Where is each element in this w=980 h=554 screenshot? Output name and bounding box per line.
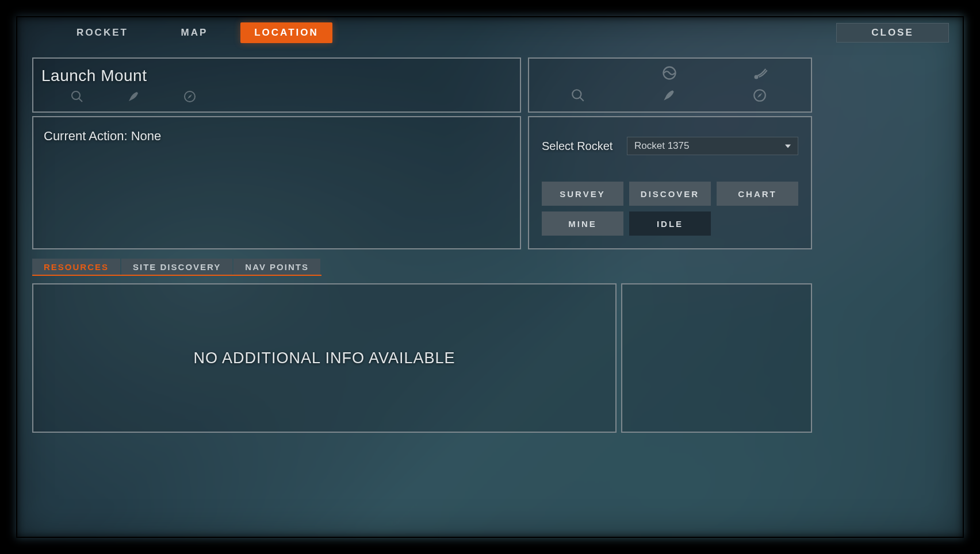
current-action-line: Current Action: None — [44, 129, 510, 144]
chart-button[interactable]: CHART — [717, 182, 798, 206]
close-button[interactable]: CLOSE — [836, 23, 949, 43]
discover-button[interactable]: DISCOVER — [629, 182, 711, 206]
rocket-small-icon — [127, 90, 143, 106]
control-panel: Select Rocket Rocket 1375 SURVEY DISCOVE… — [528, 116, 812, 249]
survey-button[interactable]: SURVEY — [542, 182, 623, 206]
subtab-nav-points[interactable]: NAV POINTS — [233, 259, 320, 275]
current-action-label: Current Action: — [44, 129, 128, 143]
location-title: Launch Mount — [41, 67, 510, 85]
svg-point-5 — [572, 90, 581, 98]
rocket-small-icon — [661, 88, 679, 105]
mine-button[interactable]: MINE — [542, 211, 623, 236]
side-panel — [621, 283, 812, 433]
top-bar: ROCKET MAP LOCATION CLOSE — [16, 16, 964, 49]
select-rocket-label: Select Rocket — [542, 140, 627, 153]
status-grid-panel — [528, 57, 812, 113]
compass-icon — [183, 90, 199, 106]
subtab-resources[interactable]: RESOURCES — [32, 259, 120, 275]
idle-button[interactable]: IDLE — [629, 211, 711, 236]
magnifier-icon — [571, 88, 588, 105]
subtabs: RESOURCES SITE DISCOVERY NAV POINTS — [32, 259, 321, 276]
info-message: NO ADDITIONAL INFO AVAILABLE — [193, 349, 455, 367]
tab-location[interactable]: LOCATION — [240, 22, 332, 43]
action-buttons: SURVEY DISCOVER CHART MINE IDLE — [542, 182, 798, 236]
planet-icon — [661, 65, 679, 82]
svg-line-6 — [580, 97, 584, 101]
compass-icon — [752, 88, 770, 105]
tab-rocket[interactable]: ROCKET — [56, 22, 148, 43]
magnifier-icon — [70, 90, 86, 106]
svg-line-1 — [79, 98, 82, 102]
dropdown-value: Rocket 1375 — [634, 140, 689, 152]
info-panel: NO ADDITIONAL INFO AVAILABLE — [32, 283, 617, 433]
current-action-value: None — [131, 129, 162, 143]
location-icon-row — [41, 90, 510, 106]
current-action-panel: Current Action: None — [32, 116, 521, 249]
subtab-site-discovery[interactable]: SITE DISCOVERY — [121, 259, 232, 275]
svg-point-0 — [72, 91, 80, 99]
rocket-dropdown[interactable]: Rocket 1375 — [627, 137, 798, 155]
satellite-icon — [752, 65, 770, 82]
tab-map[interactable]: MAP — [148, 22, 240, 43]
svg-point-4 — [755, 76, 758, 79]
location-panel: Launch Mount — [32, 57, 521, 113]
select-rocket-row: Select Rocket Rocket 1375 — [542, 137, 798, 155]
top-tabs: ROCKET MAP LOCATION — [56, 22, 332, 43]
